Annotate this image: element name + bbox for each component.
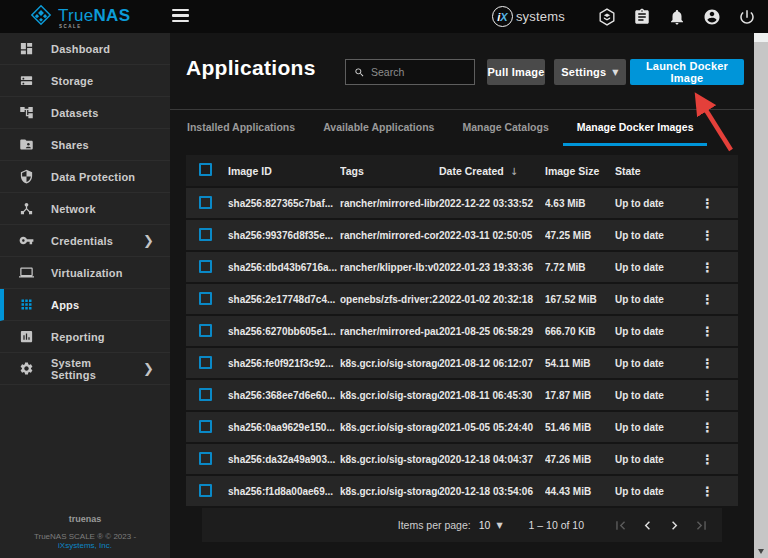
tab-manage-catalogs[interactable]: Manage Catalogs <box>448 110 562 146</box>
cell-image-size: 7.72 MiB <box>545 262 615 273</box>
row-checkbox[interactable] <box>199 196 212 209</box>
cell-image-id: sha256:6270bb605e1... <box>228 326 340 337</box>
sidebar-item-network[interactable]: Network <box>0 193 170 225</box>
alerts-bell-icon[interactable] <box>668 8 686 26</box>
row-menu-button[interactable]: ⋮ <box>701 324 738 339</box>
tab-available-applications[interactable]: Available Applications <box>309 110 448 146</box>
cell-image-id: sha256:0aa9629e150... <box>228 422 340 433</box>
scrollbar-up-button[interactable] <box>754 33 768 42</box>
launch-docker-image-button[interactable]: Launch Docker Image <box>630 59 744 85</box>
cell-tags: rancher/mirrored-pau... <box>340 326 439 337</box>
truecommand-icon[interactable] <box>598 8 616 26</box>
row-checkbox[interactable] <box>199 260 212 273</box>
row-menu-button[interactable]: ⋮ <box>701 196 738 211</box>
sidebar-item-shares[interactable]: Shares <box>0 129 170 161</box>
row-checkbox[interactable] <box>199 324 212 337</box>
caret-down-icon[interactable]: ▼ <box>496 521 502 530</box>
last-page-icon[interactable] <box>693 517 710 534</box>
items-per-page-label: Items per page: <box>398 519 471 531</box>
cell-image-size: 51.46 MiB <box>545 422 615 433</box>
cell-tags: k8s.gcr.io/sig-storage... <box>340 390 439 401</box>
row-menu-button[interactable]: ⋮ <box>701 388 738 403</box>
table-row: sha256:6270bb605e1... rancher/mirrored-p… <box>186 316 738 346</box>
search-input[interactable] <box>371 66 466 78</box>
table-row: sha256:368ee7d6e60... k8s.gcr.io/sig-sto… <box>186 380 738 410</box>
pull-image-button[interactable]: Pull Image <box>487 59 545 85</box>
sidebar-item-system-settings[interactable]: System Settings ❯ <box>0 353 170 385</box>
table-row: sha256:fe0f921f3c92... k8s.gcr.io/sig-st… <box>186 348 738 378</box>
power-icon[interactable] <box>738 8 756 26</box>
cell-image-id: sha256:99376d8f35e... <box>228 230 340 241</box>
row-checkbox[interactable] <box>199 420 212 433</box>
shield-icon <box>19 169 34 184</box>
settings-button[interactable]: Settings ▼ <box>554 59 626 85</box>
vertical-scrollbar[interactable] <box>754 33 768 558</box>
table-row: sha256:2e17748d7c4... openebs/zfs-driver… <box>186 284 738 314</box>
reporting-chart-icon <box>19 329 34 344</box>
next-page-icon[interactable] <box>666 517 683 534</box>
sidebar-item-datasets[interactable]: Datasets <box>0 97 170 129</box>
row-checkbox[interactable] <box>199 388 212 401</box>
kebab-menu-icon: ⋮ <box>701 196 714 211</box>
brand-edition: SCALE <box>59 25 82 30</box>
brand-name: TrueNAS SCALE <box>58 7 130 24</box>
sidebar-item-storage[interactable]: Storage <box>0 65 170 97</box>
row-menu-button[interactable]: ⋮ <box>701 260 738 275</box>
cell-date-created: 2021-05-05 05:24:40 <box>439 422 545 433</box>
sidebar-item-dashboard[interactable]: Dashboard <box>0 33 170 65</box>
row-checkbox[interactable] <box>199 452 212 465</box>
row-checkbox[interactable] <box>199 356 212 369</box>
column-image-size[interactable]: Image Size <box>545 165 615 177</box>
row-checkbox[interactable] <box>199 228 212 241</box>
tab-manage-docker-images[interactable]: Manage Docker Images <box>563 110 708 146</box>
ixsystems-link[interactable]: iXsystems, Inc. <box>0 541 170 550</box>
first-page-icon[interactable] <box>612 517 629 534</box>
ixsystems-logo[interactable]: iX systems <box>492 6 565 27</box>
search-box[interactable] <box>345 59 475 85</box>
items-per-page-select[interactable]: 10 <box>479 519 491 531</box>
row-checkbox[interactable] <box>199 292 212 305</box>
row-checkbox[interactable] <box>199 484 212 497</box>
cell-date-created: 2020-12-18 03:54:06 <box>439 486 545 497</box>
cell-tags: rancher/klipper-lb:v0.... <box>340 262 439 273</box>
page-title: Applications <box>186 56 316 80</box>
sort-desc-icon: ↓ <box>510 166 518 177</box>
cell-image-size: 167.52 MiB <box>545 294 615 305</box>
sidebar-item-reporting[interactable]: Reporting <box>0 321 170 353</box>
column-date-created[interactable]: Date Created↓ <box>439 165 545 177</box>
row-menu-button[interactable]: ⋮ <box>701 292 738 307</box>
column-image-id[interactable]: Image ID <box>228 165 340 177</box>
cell-image-id: sha256:368ee7d6e60... <box>228 390 340 401</box>
hamburger-menu-icon[interactable] <box>172 9 189 25</box>
scrollbar-down-button[interactable] <box>754 544 768 558</box>
tab-installed-applications[interactable]: Installed Applications <box>173 110 309 146</box>
sidebar-footer: truenas TrueNAS SCALE ® © 2023 - iXsyste… <box>0 514 170 550</box>
apps-grid-icon <box>19 297 34 312</box>
kebab-menu-icon: ⋮ <box>701 228 714 243</box>
copyright: TrueNAS SCALE ® © 2023 - <box>0 532 170 541</box>
laptop-icon <box>19 265 34 280</box>
account-icon[interactable] <box>703 8 721 26</box>
sidebar-item-credentials[interactable]: Credentials ❯ <box>0 225 170 257</box>
cell-tags: k8s.gcr.io/sig-storage... <box>340 454 439 465</box>
row-menu-button[interactable]: ⋮ <box>701 356 738 371</box>
ix-mark-icon: iX <box>492 6 513 27</box>
table-row: sha256:f1d8a00ae69... k8s.gcr.io/sig-sto… <box>186 476 738 506</box>
column-state[interactable]: State <box>615 165 701 177</box>
truenas-logo[interactable]: TrueNAS SCALE <box>30 4 130 26</box>
row-menu-button[interactable]: ⋮ <box>701 484 738 499</box>
column-tags[interactable]: Tags <box>340 165 439 177</box>
row-menu-button[interactable]: ⋮ <box>701 452 738 467</box>
tab-bar: Installed Applications Available Applica… <box>170 110 754 146</box>
cell-date-created: 2021-08-12 06:12:07 <box>439 358 545 369</box>
row-menu-button[interactable]: ⋮ <box>701 420 738 435</box>
select-all-checkbox[interactable] <box>199 163 212 176</box>
sidebar-item-virtualization[interactable]: Virtualization <box>0 257 170 289</box>
jobs-icon[interactable] <box>633 8 651 26</box>
sidebar-item-data-protection[interactable]: Data Protection <box>0 161 170 193</box>
chevron-right-icon: ❯ <box>143 234 154 247</box>
previous-page-icon[interactable] <box>639 517 656 534</box>
row-menu-button[interactable]: ⋮ <box>701 228 738 243</box>
sidebar: Dashboard Storage Datasets Shares Data P… <box>0 33 170 558</box>
sidebar-item-apps[interactable]: Apps <box>0 289 170 321</box>
